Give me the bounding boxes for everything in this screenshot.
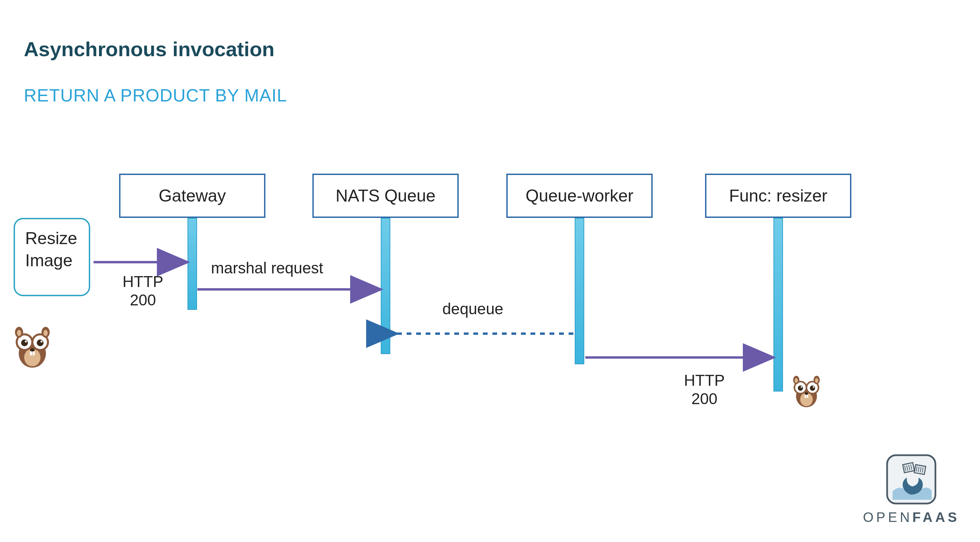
participant-func-label: Func: resizer: [729, 186, 827, 206]
actor-line1: Resize: [25, 228, 79, 250]
svg-point-36: [795, 378, 798, 383]
svg-point-13: [40, 340, 43, 343]
msg-http-label-a2: 200: [112, 291, 173, 309]
msg-http-label-b2: 200: [674, 389, 735, 408]
svg-point-31: [805, 392, 808, 395]
lifeline-gateway: [188, 218, 197, 310]
svg-rect-39: [903, 463, 914, 473]
participant-worker-label: Queue-worker: [526, 186, 633, 206]
slide-subtitle: RETURN A PRODUCT BY MAIL: [24, 85, 287, 105]
svg-point-27: [798, 386, 803, 391]
msg-marshal: marshal request: [211, 259, 323, 277]
actor-resize-image: Resize Image: [14, 218, 90, 296]
svg-point-12: [25, 340, 27, 343]
participant-nats-label: NATS Queue: [336, 186, 436, 206]
participant-func: Func: resizer: [705, 174, 851, 218]
msg-http200-a: HTTP 200: [112, 273, 173, 309]
brand-text-a: OPEN: [863, 510, 912, 524]
msg-http-label-a1: HTTP: [112, 273, 173, 291]
svg-rect-44: [914, 465, 926, 475]
mascot-icon-right: [789, 373, 824, 411]
svg-point-20: [43, 330, 48, 336]
msg-http-label-b1: HTTP: [674, 371, 735, 389]
whale-icon: [886, 454, 937, 505]
msg-dequeue: dequeue: [442, 300, 503, 318]
svg-rect-15: [30, 351, 32, 355]
lifeline-nats: [381, 218, 390, 354]
mascot-icon-left: [10, 324, 54, 373]
lifeline-worker: [575, 218, 584, 364]
participant-nats: NATS Queue: [312, 174, 459, 218]
brand-text: OPENFAAS: [863, 510, 959, 525]
svg-point-37: [815, 378, 818, 383]
participant-worker: Queue-worker: [506, 174, 653, 218]
svg-rect-33: [807, 395, 808, 398]
svg-point-10: [21, 340, 28, 346]
diagram-arrows: [0, 0, 980, 542]
svg-point-30: [813, 386, 814, 388]
svg-point-29: [801, 386, 802, 388]
svg-point-28: [810, 386, 815, 391]
brand-text-b: FAAS: [912, 510, 959, 524]
actor-line2: Image: [25, 250, 79, 272]
lifeline-func: [773, 218, 783, 392]
slide-title: Asynchronous invocation: [24, 37, 275, 61]
svg-rect-32: [805, 395, 807, 398]
participant-gateway: Gateway: [119, 174, 266, 218]
svg-rect-16: [33, 351, 35, 355]
svg-point-19: [17, 330, 21, 336]
svg-point-14: [30, 348, 35, 352]
participant-gateway-label: Gateway: [159, 186, 226, 206]
openfaas-logo: OPENFAAS: [863, 454, 959, 525]
msg-http200-b: HTTP 200: [674, 371, 735, 408]
svg-point-11: [37, 340, 43, 346]
